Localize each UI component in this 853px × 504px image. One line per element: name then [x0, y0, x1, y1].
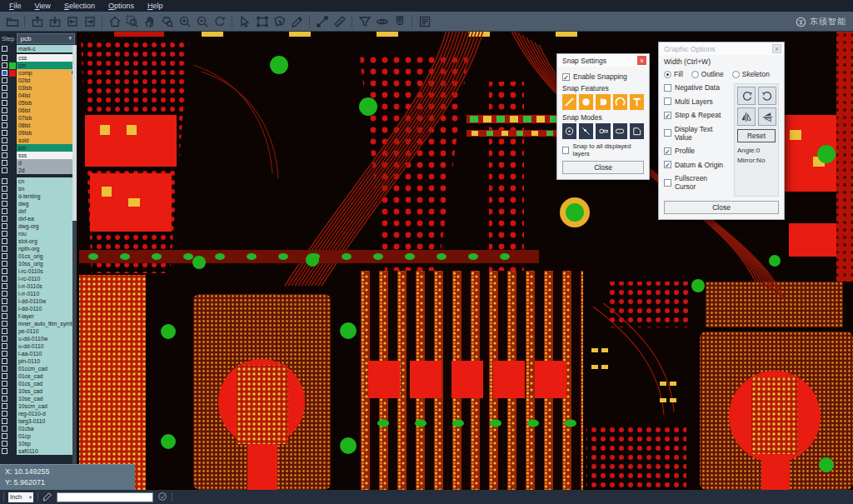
zoom-in-icon[interactable] [176, 13, 193, 30]
layer-row[interactable]: 01ce_cad [0, 372, 77, 380]
layer-row[interactable]: 10se_cad [0, 395, 77, 402]
enable-snapping-option[interactable]: ✓ Enable Snapping [562, 72, 644, 81]
close-icon[interactable]: x [772, 44, 781, 53]
graphic-option-negative-data[interactable]: Negative Data [664, 83, 730, 92]
layer-visibility-checkbox[interactable] [2, 186, 7, 192]
snap-slot-icon[interactable] [613, 123, 627, 139]
layer-row[interactable]: i-dd-0110w [0, 297, 77, 305]
layer-visibility-checkbox[interactable] [2, 231, 7, 237]
menu-item-view[interactable]: View [29, 1, 57, 11]
checkbox[interactable]: ✓ [664, 112, 671, 119]
layer-visibility-checkbox[interactable] [2, 193, 7, 199]
layer-row[interactable]: 01cba [0, 425, 77, 432]
snap-all-layers-option[interactable]: Snap to all displayed layers [562, 142, 644, 157]
select-rect-icon[interactable] [253, 13, 271, 30]
snap-pad-icon[interactable] [579, 94, 593, 110]
layer-visibility-checkbox[interactable] [2, 130, 7, 136]
menu-item-options[interactable]: Options [102, 1, 140, 11]
layer-row[interactable]: 10scm_cad [0, 402, 77, 410]
unit-select[interactable]: Inch ▾ [8, 492, 33, 502]
layer-row[interactable]: targ3-0110 [0, 417, 77, 425]
layer-row[interactable]: sm [0, 144, 77, 152]
snap-key-icon[interactable] [596, 123, 610, 139]
graphic-option-fullscreen-cursor[interactable]: Fullscreen Cursor [664, 174, 730, 191]
layer-row[interactable]: 2d [0, 167, 77, 174]
graphic-option-multi-layers[interactable]: Multi Layers [664, 97, 730, 106]
layer-row[interactable]: inner_auto_film_symb [0, 320, 77, 327]
layer-row[interactable]: cm [0, 62, 77, 69]
layer-row[interactable]: 10ss_cad [0, 387, 77, 395]
layer-visibility-checkbox[interactable] [2, 167, 7, 173]
layer-row[interactable]: mark-c [0, 45, 77, 52]
snap-text-icon[interactable] [630, 94, 644, 110]
layer-visibility-checkbox[interactable] [2, 381, 7, 387]
pan-hand-icon[interactable] [141, 13, 158, 30]
checkbox[interactable]: ✓ [664, 147, 671, 155]
layer-visibility-checkbox[interactable] [2, 268, 7, 274]
layer-visibility-checkbox[interactable] [2, 298, 7, 304]
layer-visibility-checkbox[interactable] [2, 178, 7, 184]
layer-row[interactable]: reg-0110-d [0, 410, 77, 417]
layer-row[interactable]: dwg [0, 200, 77, 207]
snap-corner-icon[interactable] [596, 94, 610, 110]
layer-visibility-checkbox[interactable] [2, 433, 7, 439]
select-polygon-icon[interactable] [271, 13, 288, 30]
graphic-option-display-text-value[interactable]: Display Text Value [664, 125, 730, 142]
checkbox[interactable] [562, 147, 569, 154]
layer-row[interactable]: comp [0, 69, 77, 77]
graphic-options-titlebar[interactable]: Graphic Options x [659, 42, 784, 55]
layer-row[interactable]: i-rr-0110s [0, 282, 77, 290]
command-input[interactable] [57, 492, 153, 502]
snap-close-button[interactable]: Close [562, 161, 644, 174]
graphic-option-datum-origin[interactable]: ✓Datum & Origin [664, 161, 730, 169]
layer-row[interactable]: 01ccm_cad [0, 365, 77, 372]
snap-settings-titlebar[interactable]: Snap Settings x [557, 54, 649, 67]
layer-row[interactable]: 01cs_orig [0, 252, 77, 260]
layer-visibility-checkbox[interactable] [2, 276, 7, 282]
layer-row[interactable]: i-rc-0110 [0, 275, 77, 282]
layer-visibility-checkbox[interactable] [2, 441, 7, 447]
layer-visibility-checkbox[interactable] [2, 426, 7, 432]
radio-icon[interactable] [732, 71, 740, 78]
layer-visibility-checkbox[interactable] [2, 448, 7, 454]
select-arrow-icon[interactable] [236, 13, 253, 30]
checkbox[interactable] [664, 97, 671, 105]
layer-row[interactable]: 01cp [0, 432, 77, 440]
layer-visibility-checkbox[interactable] [2, 92, 7, 98]
layer-visibility-checkbox[interactable] [2, 388, 7, 394]
layer-row[interactable]: 10ss_orig [0, 260, 77, 267]
layer-visibility-checkbox[interactable] [2, 77, 7, 83]
page-prev-icon[interactable] [63, 13, 81, 30]
checkbox[interactable] [664, 129, 671, 137]
layer-row[interactable]: 09lsb [0, 129, 77, 137]
layer-visibility-checkbox[interactable] [2, 291, 7, 297]
snap-contour-icon[interactable] [630, 123, 644, 139]
home-icon[interactable] [106, 13, 123, 30]
layer-visibility-checkbox[interactable] [2, 313, 7, 319]
layer-visibility-checkbox[interactable] [2, 62, 7, 68]
menu-item-selection[interactable]: Selection [58, 1, 101, 11]
layer-row[interactable]: u-dd-0110w [0, 335, 77, 342]
layer-visibility-checkbox[interactable] [2, 122, 7, 128]
layer-visibility-checkbox[interactable] [2, 70, 7, 76]
layer-visibility-checkbox[interactable] [2, 238, 7, 244]
layer-visibility-checkbox[interactable] [2, 351, 7, 357]
layer-visibility-checkbox[interactable] [2, 55, 7, 61]
layer-visibility-checkbox[interactable] [2, 107, 7, 113]
layer-visibility-checkbox[interactable] [2, 145, 7, 151]
layer-visibility-checkbox[interactable] [2, 46, 7, 52]
layer-row[interactable]: dxf-ea [0, 215, 77, 222]
open-icon[interactable] [3, 13, 21, 30]
checkbox[interactable]: ✓ [664, 161, 671, 168]
graphic-option-profile[interactable]: ✓Profile [664, 147, 730, 155]
line-tool-icon[interactable] [313, 13, 331, 30]
layer-visibility-checkbox[interactable] [2, 100, 7, 106]
page-next-icon[interactable] [81, 13, 98, 30]
layer-row[interactable]: pin-0110 [0, 357, 77, 365]
zoom-out-icon[interactable] [193, 13, 211, 30]
layer-visibility-checkbox[interactable] [2, 411, 7, 417]
snap-arc-icon[interactable] [613, 94, 627, 110]
layer-visibility-checkbox[interactable] [2, 283, 7, 289]
layer-visibility-checkbox[interactable] [2, 137, 7, 143]
measure-ruler-icon[interactable] [331, 13, 348, 30]
